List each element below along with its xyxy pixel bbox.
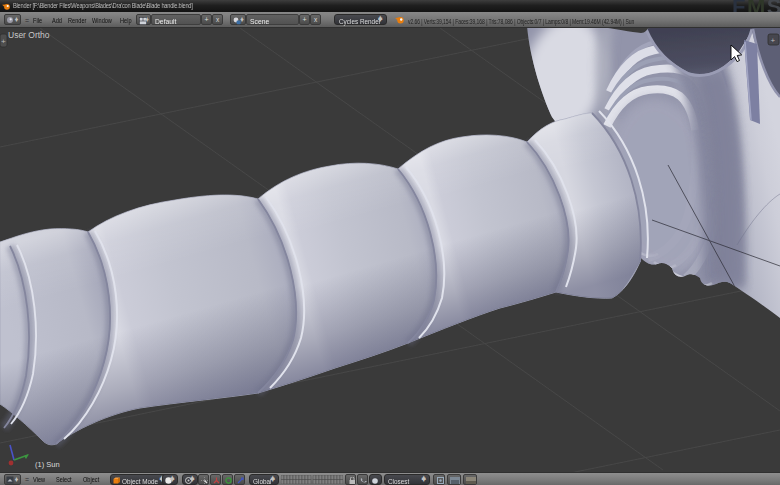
svg-text:+: + <box>771 36 776 45</box>
svg-text:+: + <box>1 37 6 46</box>
